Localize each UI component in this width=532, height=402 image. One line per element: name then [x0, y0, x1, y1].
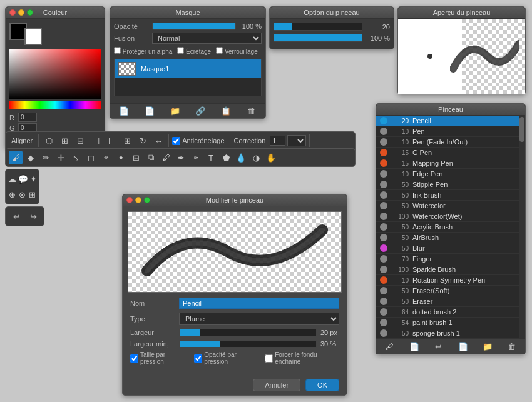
redo-btn[interactable]: ↪ — [26, 209, 40, 223]
proteger-checkbox[interactable] — [114, 47, 121, 54]
pinceau-list-item[interactable]: 50 AirBrush — [376, 233, 525, 243]
taille-pression-label[interactable]: Taille par pression — [130, 351, 187, 365]
correction-input[interactable] — [270, 136, 285, 146]
pinceau-scrollbar-thumb[interactable] — [519, 117, 524, 142]
opacity-slider[interactable] — [274, 34, 362, 42]
color-gradient[interactable] — [9, 49, 101, 99]
largeur-min-slider[interactable] — [179, 340, 317, 348]
masque-item[interactable]: Masque1 — [115, 59, 261, 78]
lt-cloud-btn[interactable]: ☁ — [8, 172, 16, 186]
masque-btn-delete[interactable]: 🗑 — [245, 106, 258, 116]
pinceau-scrollbar[interactable] — [519, 116, 525, 339]
masque-btn-copy[interactable]: 📄 — [143, 106, 156, 116]
lt-grid-btn[interactable]: ⊞ — [28, 188, 36, 201]
ecretage-label[interactable]: Écrétage — [177, 47, 211, 55]
tb-zoom-btn[interactable]: ⧉ — [144, 151, 158, 164]
tb-fill-btn[interactable]: ◆ — [24, 151, 38, 164]
lt-starburst-btn[interactable]: ✦ — [30, 172, 37, 186]
tb-btn-3[interactable]: ⊟ — [73, 134, 87, 148]
ok-button[interactable]: OK — [305, 379, 339, 391]
annuler-button[interactable]: Annuler — [253, 379, 300, 391]
tb-move-btn[interactable]: ✛ — [54, 151, 68, 164]
pinceau-btn-delete[interactable]: 🗑 — [506, 342, 518, 351]
pinceau-list-item[interactable]: 50 Watercolor — [376, 201, 525, 211]
couleur-max-btn[interactable] — [27, 9, 33, 16]
pinceau-list-item[interactable]: 10 Pen — [376, 126, 525, 137]
masque-btn-paste[interactable]: 📋 — [220, 106, 232, 116]
fusion-select[interactable]: Normal — [152, 33, 262, 44]
pinceau-list-item[interactable]: 64 dotted brush 2 — [376, 307, 525, 318]
masque-btn-link[interactable]: 🔗 — [194, 106, 207, 116]
tb-smudge-btn[interactable]: ≈ — [189, 151, 203, 164]
modifier-min-btn[interactable] — [135, 197, 141, 203]
lt-layers-btn[interactable]: ⊗ — [18, 188, 26, 201]
r-input[interactable]: 0 — [18, 113, 37, 122]
tb-btn-7[interactable]: ↻ — [136, 134, 150, 148]
tb-crop-btn[interactable]: ⊞ — [129, 151, 143, 164]
modifier-max-btn[interactable] — [144, 197, 150, 203]
background-swatch[interactable] — [24, 28, 42, 45]
forcer-label[interactable]: Forcer le fondu enchaîné — [265, 351, 339, 365]
opacite-pression-checkbox[interactable] — [194, 354, 202, 363]
pinceau-btn-5[interactable]: 📁 — [481, 342, 494, 351]
tb-btn-5[interactable]: ⊢ — [105, 134, 118, 148]
pinceau-list-item[interactable]: 15 Mapping Pen — [376, 158, 525, 169]
couleur-close-btn[interactable] — [9, 9, 16, 16]
tb-hand-btn[interactable]: ✋ — [264, 151, 278, 164]
largeur-slider[interactable] — [179, 329, 317, 336]
verrouillage-label[interactable]: Verrouillage — [216, 47, 258, 55]
taille-pression-checkbox[interactable] — [130, 354, 138, 363]
anticrenelage-checkbox[interactable] — [172, 137, 180, 145]
pinceau-list-item[interactable]: 15 G Pen — [376, 148, 525, 158]
pinceau-list-item[interactable]: 10 Pen (Fade In/Out) — [376, 137, 525, 148]
tb-type-btn[interactable]: T — [204, 151, 218, 164]
pinceau-list-item[interactable]: 100 Sparkle Brush — [376, 264, 525, 275]
pinceau-list-item[interactable]: 54 paint brush 1 — [376, 318, 525, 328]
pinceau-list-item[interactable]: 20 Pencil — [376, 116, 525, 126]
tb-magic-btn[interactable]: ✦ — [114, 151, 128, 164]
size-slider[interactable] — [274, 23, 362, 31]
pinceau-list-item[interactable]: 10 Rotation Symmetry Pen — [376, 275, 525, 286]
pinceau-btn-1[interactable]: 🖋 — [384, 342, 396, 351]
pinceau-list-item[interactable]: 50 Blur — [376, 243, 525, 254]
tb-shape-btn[interactable]: ⬟ — [219, 151, 233, 164]
correction-select[interactable] — [287, 135, 306, 146]
ecretage-checkbox[interactable] — [177, 47, 184, 54]
masque-btn-folder[interactable]: 📁 — [169, 106, 182, 116]
opacite-slider[interactable] — [152, 23, 236, 30]
verrouillage-checkbox[interactable] — [216, 47, 223, 54]
hue-bar[interactable] — [9, 101, 101, 109]
forcer-checkbox[interactable] — [265, 354, 273, 363]
anticrenelage-check-label[interactable]: Anticrénelage — [172, 137, 224, 145]
couleur-min-btn[interactable] — [18, 9, 24, 16]
tb-brush-btn[interactable]: 🖌 — [9, 151, 23, 164]
pinceau-btn-2[interactable]: 📄 — [408, 342, 421, 351]
modifier-close-btn[interactable] — [126, 197, 133, 203]
tb-eraser-btn[interactable]: ✏ — [39, 151, 53, 164]
pinceau-list-item[interactable]: 50 Acrylic Brush — [376, 222, 525, 233]
tb-btn-1[interactable]: ⬡ — [42, 134, 56, 148]
pinceau-list-item[interactable]: 50 Eraser — [376, 296, 525, 307]
pinceau-list-item[interactable]: 50 sponge brush 1 — [376, 328, 525, 339]
undo-btn[interactable]: ↩ — [9, 209, 23, 223]
tb-btn-4[interactable]: ⊣ — [89, 134, 103, 148]
tb-btn-2[interactable]: ⊞ — [58, 134, 71, 148]
pinceau-list-item[interactable]: 50 Eraser(Soft) — [376, 286, 525, 296]
tb-btn-6[interactable]: ⊞ — [120, 134, 134, 148]
tb-btn-8[interactable]: ↔ — [151, 134, 165, 148]
masque-btn-new[interactable]: 📄 — [118, 106, 130, 116]
pinceau-btn-3[interactable]: ↩ — [432, 342, 445, 351]
pinceau-list-item[interactable]: 10 Edge Pen — [376, 169, 525, 179]
opacite-pression-label[interactable]: Opacité par pression — [194, 351, 257, 365]
proteger-label[interactable]: Protéger un alpha — [114, 47, 172, 55]
tb-gradient-btn[interactable]: ◑ — [249, 151, 263, 164]
pinceau-list-item[interactable]: 100 Watercolor(Wet) — [376, 211, 525, 222]
tb-pen2-btn[interactable]: ✒ — [174, 151, 188, 164]
nom-input[interactable] — [179, 298, 339, 309]
lt-speech-btn[interactable]: 💬 — [18, 172, 28, 186]
tb-eyedropper-btn[interactable]: 💧 — [234, 151, 248, 164]
tb-lasso-btn[interactable]: ⌖ — [99, 151, 113, 164]
pinceau-btn-4[interactable]: 📄 — [457, 342, 469, 351]
tb-select-btn[interactable]: ◻ — [84, 151, 98, 164]
pinceau-list-item[interactable]: 70 Finger — [376, 254, 525, 264]
